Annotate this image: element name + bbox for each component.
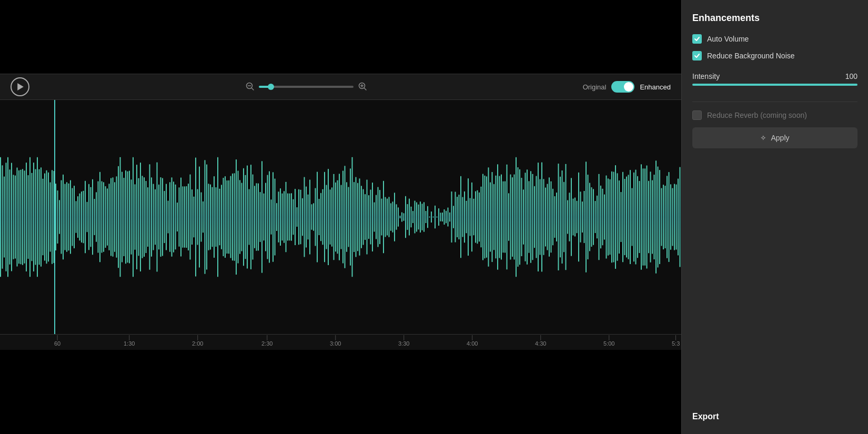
svg-rect-265 <box>473 199 475 236</box>
svg-rect-36 <box>52 170 53 264</box>
zoom-in-icon[interactable] <box>358 82 367 93</box>
svg-rect-367 <box>661 188 662 246</box>
svg-rect-332 <box>597 196 598 238</box>
svg-rect-126 <box>217 157 218 277</box>
svg-rect-213 <box>378 187 379 247</box>
apply-label: Apply <box>771 134 789 142</box>
svg-rect-9 <box>2 165 3 269</box>
svg-rect-38 <box>55 184 56 250</box>
svg-rect-90 <box>151 177 152 256</box>
svg-rect-186 <box>328 169 329 265</box>
time-marker-5: 3:30 <box>398 335 409 347</box>
audio-editor: Original Enhanced 60 1:30 2:00 <box>0 0 681 434</box>
svg-rect-272 <box>486 176 487 257</box>
svg-rect-240 <box>427 206 428 228</box>
svg-rect-163 <box>286 182 287 252</box>
svg-rect-336 <box>604 195 605 240</box>
svg-rect-104 <box>177 203 178 231</box>
svg-rect-294 <box>527 169 528 264</box>
auto-volume-checkbox[interactable] <box>692 34 702 44</box>
svg-rect-243 <box>433 216 434 217</box>
svg-rect-127 <box>219 189 220 245</box>
svg-rect-324 <box>582 201 583 233</box>
svg-rect-20 <box>22 169 23 265</box>
svg-rect-117 <box>201 193 202 242</box>
svg-rect-101 <box>171 177 173 256</box>
svg-rect-109 <box>186 186 187 248</box>
svg-rect-257 <box>459 195 460 239</box>
svg-rect-198 <box>350 168 351 266</box>
svg-rect-179 <box>315 188 316 246</box>
svg-rect-219 <box>389 197 390 237</box>
svg-rect-356 <box>641 164 642 269</box>
export-title: Export <box>692 412 857 421</box>
svg-rect-238 <box>423 202 425 232</box>
svg-rect-308 <box>552 189 553 245</box>
svg-rect-190 <box>335 183 336 252</box>
svg-rect-250 <box>446 211 447 224</box>
svg-rect-42 <box>63 175 64 259</box>
svg-rect-374 <box>674 184 675 250</box>
svg-rect-314 <box>563 182 564 253</box>
svg-rect-284 <box>508 193 509 240</box>
svg-rect-221 <box>392 201 393 233</box>
reduce-noise-checkbox[interactable] <box>692 51 702 60</box>
svg-rect-145 <box>253 174 254 259</box>
auto-volume-label: Auto Volume <box>707 35 749 43</box>
svg-rect-174 <box>306 186 307 247</box>
svg-rect-355 <box>639 181 640 253</box>
svg-rect-271 <box>485 176 486 259</box>
svg-rect-134 <box>232 174 233 261</box>
svg-rect-330 <box>593 189 594 245</box>
svg-rect-130 <box>225 176 226 258</box>
svg-rect-166 <box>291 193 292 240</box>
svg-rect-328 <box>589 183 590 251</box>
enhanced-toggle[interactable] <box>611 81 634 93</box>
svg-rect-302 <box>541 162 542 271</box>
svg-rect-58 <box>92 179 93 255</box>
svg-rect-46 <box>70 180 71 254</box>
svg-rect-68 <box>110 178 112 256</box>
svg-rect-73 <box>120 157 121 277</box>
svg-rect-146 <box>254 186 255 248</box>
svg-rect-19 <box>21 170 22 264</box>
zoom-out-icon[interactable] <box>245 82 255 93</box>
svg-rect-241 <box>429 216 430 217</box>
play-button[interactable] <box>11 77 29 96</box>
svg-rect-168 <box>295 189 296 245</box>
svg-rect-270 <box>482 174 483 260</box>
svg-rect-188 <box>331 187 332 246</box>
svg-rect-268 <box>479 193 480 241</box>
svg-rect-82 <box>136 165 137 269</box>
svg-rect-162 <box>284 191 285 243</box>
svg-rect-66 <box>107 188 108 246</box>
svg-rect-259 <box>462 197 463 237</box>
apply-button[interactable]: ✧ Apply <box>692 127 857 148</box>
panel-title: Enhancements <box>692 13 857 24</box>
svg-rect-276 <box>493 184 494 250</box>
zoom-slider[interactable] <box>259 86 354 88</box>
intensity-slider[interactable] <box>692 84 857 86</box>
svg-rect-63 <box>102 181 103 253</box>
svg-rect-111 <box>190 174 191 259</box>
svg-rect-76 <box>125 170 126 264</box>
svg-rect-139 <box>241 183 243 251</box>
svg-rect-197 <box>348 187 349 247</box>
svg-rect-105 <box>179 187 180 247</box>
svg-rect-94 <box>158 185 159 250</box>
svg-rect-44 <box>66 182 67 251</box>
svg-rect-366 <box>659 170 660 264</box>
svg-rect-158 <box>276 203 277 231</box>
svg-rect-23 <box>28 175 29 259</box>
svg-rect-372 <box>670 184 671 250</box>
svg-rect-77 <box>127 171 128 263</box>
svg-rect-182 <box>320 193 321 241</box>
svg-rect-49 <box>76 201 77 233</box>
svg-rect-255 <box>455 191 456 242</box>
svg-rect-337 <box>606 175 607 258</box>
svg-rect-62 <box>99 172 100 262</box>
svg-rect-354 <box>637 176 638 258</box>
reduce-reverb-checkbox[interactable] <box>692 110 702 120</box>
svg-rect-12 <box>7 157 8 277</box>
svg-rect-273 <box>488 167 489 266</box>
